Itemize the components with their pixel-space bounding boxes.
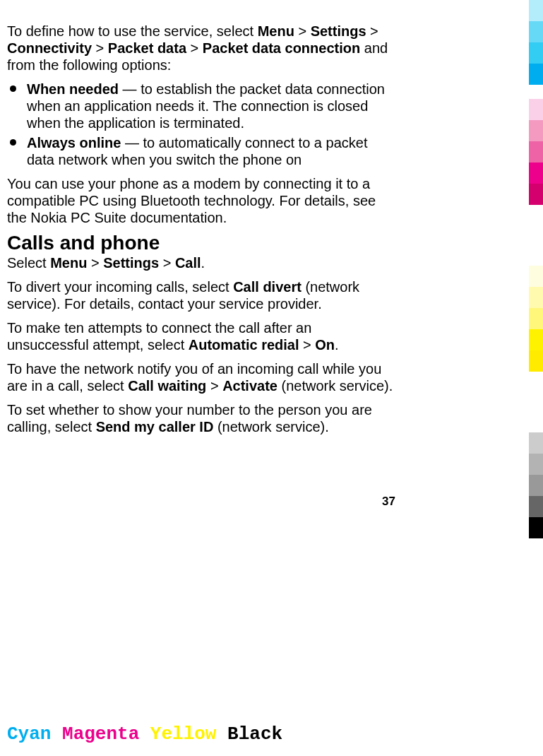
color-swatch [529,308,543,329]
registration-bars-cyan [529,0,543,85]
separator: > [366,23,378,39]
color-swatch [529,329,543,350]
text: To divert your incoming calls, select [7,279,233,295]
modem-paragraph: You can use your phone as a modem by con… [7,175,395,226]
color-swatch [529,517,543,538]
color-swatch [529,163,543,184]
separator: > [299,337,316,353]
separator: > [87,255,103,271]
bullet-icon [10,139,16,146]
color-swatch [529,475,543,496]
color-swatch [529,454,543,475]
color-swatch [529,0,543,21]
settings-label: Settings [311,23,366,39]
call-divert-paragraph: To divert your incoming calls, select Ca… [7,278,395,312]
intro-paragraph: To define how to use the service, select… [7,23,395,73]
yellow-label: Yellow [150,723,217,745]
activate-label: Activate [222,378,278,394]
black-label: Black [227,723,282,745]
color-swatch [529,496,543,517]
cmyk-footer: Cyan Magenta Yellow Black [7,723,282,745]
color-swatch [529,266,543,287]
cyan-label: Cyan [7,723,51,745]
text: (network service). [278,378,393,394]
separator: > [159,255,175,271]
registration-bars-yellow [529,266,543,372]
automatic-redial-paragraph: To make ten attempts to connect the call… [7,319,395,353]
bullet-icon [10,85,16,92]
caller-id-paragraph: To set whether to show your number to th… [7,401,395,435]
text: (network service). [213,419,328,435]
call-label: Call [175,255,201,271]
menu-label: Menu [50,255,87,271]
page-number: 37 [7,495,395,509]
text: . [335,337,339,353]
color-swatch [529,432,543,454]
list-item: Always online — to automatically connect… [7,134,395,168]
registration-bars-black [529,432,543,538]
separator: > [92,40,108,56]
connectivity-label: Connectivity [7,40,92,56]
on-label: On [315,337,335,353]
text: To define how to use the service, select [7,23,258,39]
options-list: When needed — to establish the packet da… [7,81,395,168]
color-swatch [529,120,543,141]
separator: > [206,378,222,394]
send-caller-id-label: Send my caller ID [96,419,214,435]
text: . [201,255,205,271]
magenta-label: Magenta [62,723,139,745]
automatic-redial-label: Automatic redial [189,337,299,353]
color-swatch [529,42,543,64]
color-swatch [529,99,543,120]
separator: > [186,40,203,56]
call-waiting-label: Call waiting [128,378,206,394]
color-swatch [529,141,543,163]
color-swatch [529,64,543,85]
calls-nav-paragraph: Select Menu > Settings > Call. [7,254,395,271]
menu-label: Menu [258,23,294,39]
registration-bars-magenta [529,99,543,205]
packet-data-connection-label: Packet data connection [203,40,360,56]
option-title: Always online [27,135,121,150]
color-swatch [529,350,543,372]
color-swatch [529,21,543,42]
call-divert-label: Call divert [233,279,302,295]
separator: > [294,23,311,39]
settings-label: Settings [103,255,159,271]
list-item: When needed — to establish the packet da… [7,81,395,131]
option-title: When needed [27,81,119,97]
packet-data-label: Packet data [108,40,186,56]
section-heading: Calls and phone [7,235,395,252]
color-swatch [529,287,543,308]
page-body: To define how to use the service, select… [7,23,395,442]
color-swatch [529,184,543,205]
call-waiting-paragraph: To have the network notify you of an inc… [7,360,395,394]
text: Select [7,255,50,271]
